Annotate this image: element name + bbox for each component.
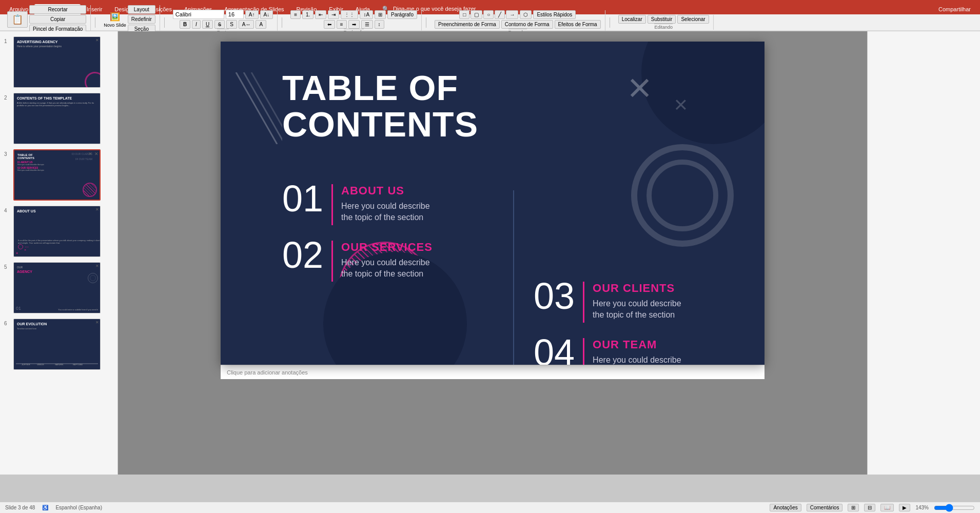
status-right: Anotações Comentários ⊞ ⊟ 📖 ▶ 143% [770, 504, 975, 512]
slide-3-thumbnail[interactable]: TABLE OFCONTENTS 01 ABOUT US Here you co… [13, 149, 101, 201]
italic-button[interactable]: I [192, 20, 201, 29]
slide-thumb-2[interactable]: 2 CONTENTS OF THIS TEMPLATE A little bef… [3, 92, 114, 145]
normal-view-button[interactable]: ⊞ [848, 504, 859, 511]
toc-desc-03: Here you could describe the topic of the… [593, 298, 681, 321]
line-btn[interactable]: ╱ [495, 10, 505, 19]
align-center-button[interactable]: ≡ [337, 20, 347, 29]
shape-fill-btn[interactable]: Preenchimento de Forma [435, 20, 500, 29]
font-controls: A↑ A↓ [173, 10, 273, 19]
slide-1-close-icon[interactable]: ✕ [95, 38, 99, 43]
slide-2-content: CONTENTS OF THIS TEMPLATE A little befor… [14, 93, 100, 144]
slide-3-delete-icon[interactable]: ✕ [88, 151, 92, 156]
text-dir-button[interactable]: ↕A [360, 10, 373, 19]
slide-3-content: TABLE OFCONTENTS 01 ABOUT US Here you co… [14, 150, 100, 200]
justify-button[interactable]: ☰ [361, 20, 373, 29]
main-slide[interactable]: × × TABLE OF CONTENTS 01 [221, 42, 765, 365]
zoom-slider[interactable] [934, 504, 975, 512]
sep4 [426, 17, 426, 28]
toc-item-01[interactable]: 01 ABOUT US Here you could describe the … [282, 180, 430, 225]
slide-sorter-button[interactable]: ⊟ [864, 504, 875, 511]
circle-btn[interactable]: ○ [483, 10, 494, 19]
slide-4-thumbnail[interactable]: ABOUT US • • • It could be the part of t… [13, 206, 101, 257]
accessibility-icon[interactable]: ♿ [42, 505, 48, 510]
bold-button[interactable]: B [180, 20, 190, 29]
paste-button-large[interactable]: 📋 [7, 11, 28, 28]
replace-button[interactable]: Substituir [648, 15, 676, 24]
font-color-button[interactable]: A [256, 20, 266, 29]
slide-6-content: OUR EVOLUTION Timeline content here JUPI… [14, 319, 100, 369]
strikethrough-button[interactable]: S̶ [214, 20, 225, 29]
slide-area-inner: × × TABLE OF CONTENTS 01 [221, 42, 765, 379]
col-button[interactable]: ⋮⋮ [341, 10, 358, 19]
font-size-input[interactable] [226, 10, 244, 19]
sep1 [95, 17, 95, 28]
slide-3-close-icon[interactable]: ✕ [94, 151, 99, 156]
slide-thumb-4[interactable]: 4 ABOUT US • • • It could be the part of… [3, 205, 114, 258]
align-text-button[interactable]: ⊞ [375, 10, 386, 19]
arrange-button[interactable]: ⬡ [520, 10, 532, 19]
toolbar-row1: 📋 Recortar Copiar Pincel de Formatação Á… [0, 14, 980, 31]
right-panel [867, 31, 980, 475]
increase-font-btn[interactable]: A↑ [245, 10, 259, 19]
slide-1-thumbnail[interactable]: ADVERTISING AGENCY Here is where your pr… [13, 36, 101, 88]
shape-effects-btn[interactable]: Efeitos de Forma [555, 20, 601, 29]
line-spacing-button[interactable]: ↕ [375, 20, 384, 29]
slides-buttons: 🖼️ Novo Slide Layout Redefinir Seção [104, 5, 155, 33]
quick-styles-button[interactable]: Estilos Rápidos [533, 10, 576, 19]
reset-button[interactable]: Redefinir [128, 15, 155, 24]
rounded-rect-btn[interactable]: ▢ [471, 10, 482, 19]
decrease-font-btn[interactable]: A↓ [260, 10, 273, 19]
toc-item-04[interactable]: 04 OUR TEAM Here you could describe the … [534, 334, 681, 365]
slide-5-thumbnail[interactable]: OUR AGENCY 01 You could enter a subtitle… [13, 262, 101, 313]
toc-item-03[interactable]: 03 OUR CLIENTS Here you could describe t… [534, 278, 681, 323]
slide-6-thumbnail[interactable]: OUR EVOLUTION Timeline content here JUPI… [13, 319, 101, 370]
notes-status-button[interactable]: Anotações [770, 504, 801, 511]
toc-item-02[interactable]: 02 OUR SERVICES Here you could describe … [282, 236, 433, 282]
slide-2-thumbnail[interactable]: CONTENTS OF THIS TEMPLATE A little befor… [13, 93, 101, 144]
shape-outline-btn[interactable]: Contorno de Forma [501, 20, 553, 29]
circle-outline-inner-decoration [646, 160, 718, 231]
new-slide-button[interactable]: 🖼️ [107, 11, 123, 23]
copy-button[interactable]: Copiar [29, 15, 86, 24]
notes-placeholder: Clique para adicionar anotações [227, 369, 308, 376]
bullets-button[interactable]: ≡ [290, 10, 301, 19]
slide-5-close-icon[interactable]: ✕ [95, 264, 99, 268]
smartart-button[interactable]: Parágrafo [387, 10, 417, 19]
sep3 [282, 17, 282, 28]
comments-status-button[interactable]: Comentários [807, 504, 843, 511]
toc-label-04: OUR TEAM [593, 338, 681, 351]
slide-thumb-1[interactable]: 1 ADVERTISING AGENCY Here is where your … [3, 35, 114, 89]
shadow-button[interactable]: S [226, 20, 237, 29]
align-left-button[interactable]: ⬅ [324, 20, 335, 29]
increase-indent-button[interactable]: ⇥ [328, 10, 339, 19]
select-button[interactable]: Selecionar [677, 15, 709, 24]
decrease-indent-button[interactable]: ⇤ [315, 10, 326, 19]
cut-button[interactable]: Recortar [29, 5, 86, 14]
char-spacing-button[interactable]: A↔ [239, 20, 254, 29]
underline-button[interactable]: U [202, 20, 213, 29]
slide-thumb-5[interactable]: 5 OUR AGENCY 01 You could enter a subtit… [3, 261, 114, 314]
rect-shape-btn[interactable]: □ [459, 10, 469, 19]
slideshow-button[interactable]: ▶ [899, 504, 910, 511]
arrow-btn[interactable]: → [506, 10, 518, 19]
slide-thumb-6[interactable]: 6 OUR EVOLUTION Timeline content here JU… [3, 318, 114, 371]
slide-4-close-icon[interactable]: ✕ [95, 207, 99, 212]
slide-editing-area: × × TABLE OF CONTENTS 01 [118, 31, 867, 475]
slide-main-title: TABLE OF CONTENTS [282, 70, 478, 143]
share-button[interactable]: Compartilhar [932, 4, 977, 14]
reading-view-button[interactable]: 📖 [880, 504, 894, 511]
x-small-decoration: × [674, 93, 688, 116]
align-right-button[interactable]: ➡ [348, 20, 360, 29]
toc-text-04: OUR TEAM Here you could describe the top… [593, 334, 681, 365]
numbering-button[interactable]: 1. [302, 10, 313, 19]
toc-num-02: 02 [282, 236, 323, 273]
diagonal-lines-decoration [231, 72, 282, 146]
vertical-divider-decoration [513, 190, 514, 365]
font-name-input[interactable] [173, 10, 224, 19]
slide-thumb-3[interactable]: 3 TABLE OFCONTENTS 01 ABOUT US Here you … [3, 148, 114, 202]
slide-6-close-icon[interactable]: ✕ [95, 320, 99, 325]
status-bar: Slide 3 de 48 ♿ Espanhol (Espanha) Anota… [0, 502, 980, 513]
notes-bar[interactable]: Clique para adicionar anotações [221, 365, 765, 379]
layout-button[interactable]: Layout [128, 5, 155, 14]
find-button[interactable]: Localizar [618, 15, 646, 24]
